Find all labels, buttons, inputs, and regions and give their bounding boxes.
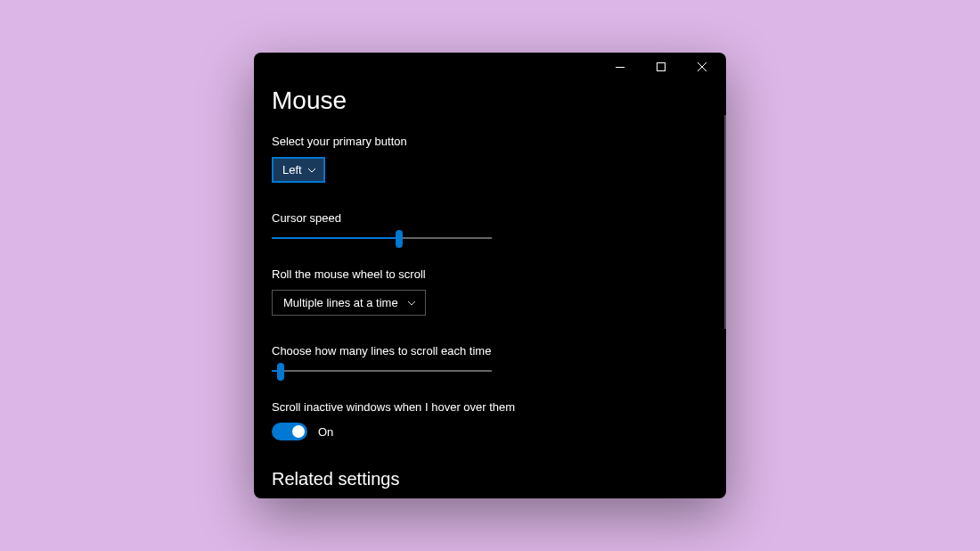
related-settings-title: Related settings [272,469,708,489]
wheel-scroll-dropdown[interactable]: Multiple lines at a time [272,290,426,316]
wheel-scroll-label: Roll the mouse wheel to scroll [272,267,708,281]
svg-rect-1 [657,63,666,71]
content-area: Mouse Select your primary button Left Cu… [254,81,726,498]
titlebar [254,53,726,81]
cursor-speed-label: Cursor speed [272,211,708,225]
lines-scroll-slider[interactable] [272,370,492,372]
minimize-button[interactable] [600,53,641,81]
settings-window: Mouse Select your primary button Left Cu… [254,53,726,498]
inactive-scroll-label: Scroll inactive windows when I hover ove… [272,400,708,414]
primary-button-section: Select your primary button Left [272,135,708,183]
close-button[interactable] [682,53,723,81]
wheel-scroll-value: Multiple lines at a time [283,296,398,309]
cursor-speed-slider[interactable] [272,237,492,239]
cursor-speed-section: Cursor speed [272,211,708,239]
scrollbar[interactable] [724,115,726,329]
primary-button-label: Select your primary button [272,135,708,148]
lines-scroll-label: Choose how many lines to scroll each tim… [272,344,708,358]
wheel-scroll-section: Roll the mouse wheel to scroll Multiple … [272,267,708,316]
slider-thumb[interactable] [396,230,403,248]
inactive-scroll-section: Scroll inactive windows when I hover ove… [272,400,708,440]
page-title: Mouse [272,86,708,115]
lines-scroll-section: Choose how many lines to scroll each tim… [272,344,708,372]
maximize-button[interactable] [641,53,682,81]
primary-button-value: Left [282,163,302,177]
chevron-down-icon [307,166,316,175]
slider-thumb[interactable] [277,363,284,381]
primary-button-dropdown[interactable]: Left [272,157,325,183]
toggle-knob [292,425,305,438]
chevron-down-icon [407,299,416,308]
inactive-scroll-toggle[interactable] [272,423,307,440]
inactive-scroll-state: On [318,425,333,439]
svg-rect-0 [616,67,625,68]
